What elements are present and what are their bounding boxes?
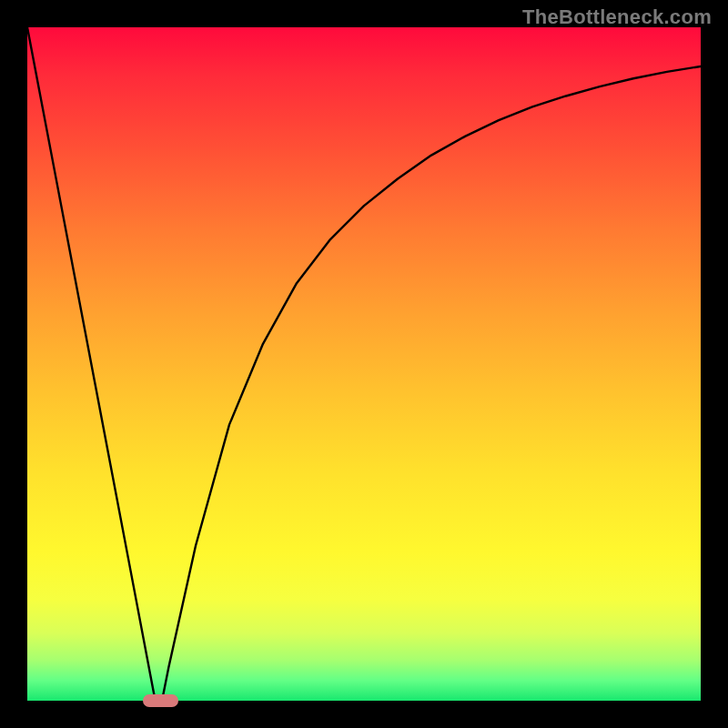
plot-area	[27, 27, 701, 701]
watermark-text: TheBottleneck.com	[522, 5, 712, 29]
curve-path	[27, 27, 701, 701]
chart-frame: TheBottleneck.com	[0, 0, 728, 728]
min-marker	[143, 694, 177, 706]
chart-curve	[27, 27, 701, 701]
